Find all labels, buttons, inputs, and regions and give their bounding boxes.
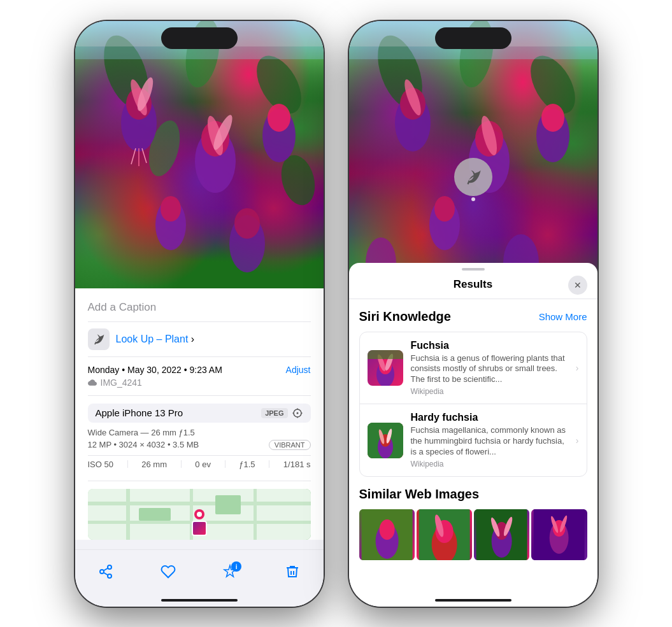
lookup-row[interactable]: Look Up – Plant › — [88, 322, 311, 357]
knowledge-card: Fuchsia Fuchsia is a genus of flowering … — [359, 332, 587, 477]
results-header: Results ✕ — [349, 276, 597, 299]
filename: IMG_4241 — [101, 377, 142, 388]
siri-dot — [471, 197, 475, 201]
lens-info: Wide Camera — 26 mm ƒ1.5 — [88, 428, 195, 437]
siri-knowledge-title: Siri Knowledge — [359, 309, 451, 324]
svg-rect-32 — [126, 489, 130, 540]
hardy-source: Wikipedia — [411, 460, 568, 468]
info-badge: i — [231, 561, 241, 572]
show-more-button[interactable]: Show More — [539, 311, 587, 322]
date-text: Monday • May 30, 2022 • 9:23 AM — [88, 365, 222, 375]
web-image-1[interactable] — [359, 509, 415, 560]
cloud-icon — [88, 378, 97, 387]
shutter-value: 1/181 s — [283, 460, 311, 469]
bottom-toolbar: i — [75, 549, 324, 607]
home-indicator — [161, 599, 238, 602]
close-button[interactable]: ✕ — [568, 276, 587, 295]
web-images-grid — [359, 509, 587, 560]
leaf-icon — [92, 333, 105, 346]
sep4 — [269, 460, 269, 468]
location-icon — [292, 407, 303, 419]
fuchsia-description: Fuchsia is a genus of flowering plants t… — [411, 353, 568, 386]
web-image-4[interactable] — [531, 509, 587, 560]
knowledge-item-fuchsia[interactable]: Fuchsia Fuchsia is a genus of flowering … — [360, 332, 587, 405]
share-button[interactable] — [98, 564, 113, 579]
hardy-name: Hardy fuchsia — [411, 412, 568, 423]
flower-photo — [75, 21, 324, 288]
delete-button[interactable] — [285, 564, 300, 579]
drag-handle[interactable] — [462, 268, 485, 271]
results-title: Results — [454, 278, 492, 291]
lookup-label: Look Up – Plant › — [116, 334, 195, 345]
svg-point-52 — [434, 196, 455, 222]
hardy-description: Fuchsia magellanica, commonly known as t… — [411, 425, 568, 458]
web-images-title: Similar Web Images — [359, 487, 587, 502]
results-panel: Results ✕ Siri Knowledge Show More — [349, 263, 597, 607]
trash-icon — [285, 564, 300, 579]
sep1 — [127, 460, 128, 468]
screen-left: Add a Caption Look Up – Plant › Monday •… — [75, 21, 324, 607]
info-panel: Add a Caption Look Up – Plant › Monday •… — [75, 288, 324, 540]
fuchsia-thumb-svg — [368, 350, 403, 386]
svg-line-19 — [131, 148, 136, 164]
svg-point-39 — [197, 512, 202, 517]
svg-point-10 — [268, 104, 290, 132]
fuchsia-name: Fuchsia — [411, 340, 568, 351]
home-indicator-right — [435, 599, 511, 602]
notch-right — [435, 27, 511, 49]
svg-rect-37 — [215, 495, 241, 514]
ev-value: 0 ev — [195, 460, 211, 469]
svg-point-18 — [234, 208, 260, 239]
share-icon — [98, 564, 113, 579]
hardy-thumbnail — [368, 423, 403, 458]
favorite-button[interactable] — [161, 564, 176, 579]
sep2 — [181, 460, 182, 468]
adjust-button[interactable]: Adjust — [286, 365, 311, 375]
fuchsia-source: Wikipedia — [411, 387, 568, 396]
fuchsia-info: Fuchsia Fuchsia is a genus of flowering … — [411, 340, 568, 397]
svg-line-21 — [142, 148, 147, 163]
camera-model: Apple iPhone 13 Pro — [96, 407, 183, 418]
svg-point-69 — [379, 519, 394, 540]
metadata-section: Monday • May 30, 2022 • 9:23 AM Adjust I… — [88, 357, 311, 396]
photo-area[interactable] — [75, 21, 324, 288]
screen-right: Results ✕ Siri Knowledge Show More — [349, 21, 597, 607]
aperture-value: ƒ1.5 — [239, 460, 255, 469]
info-button[interactable]: i — [222, 564, 238, 579]
vibrant-badge: VIBRANT — [269, 440, 311, 450]
svg-point-25 — [296, 412, 298, 414]
hardy-chevron: › — [576, 435, 579, 446]
lookup-icon — [88, 328, 110, 350]
svg-point-16 — [161, 196, 181, 222]
siri-leaf-icon — [464, 168, 482, 186]
web-image-3[interactable] — [474, 509, 529, 560]
svg-point-48 — [541, 104, 564, 132]
focal-value: 26 mm — [141, 460, 167, 469]
knowledge-item-hardy[interactable]: Hardy fuchsia Fuchsia magellanica, commo… — [360, 404, 587, 476]
results-body: Siri Knowledge Show More — [349, 299, 597, 605]
camera-section: Apple iPhone 13 Pro JPEG — [88, 396, 311, 481]
fuchsia-thumbnail — [368, 350, 403, 386]
hardy-info: Hardy fuchsia Fuchsia magellanica, commo… — [411, 412, 568, 468]
phone-left: Add a Caption Look Up – Plant › Monday •… — [75, 21, 324, 607]
hardy-thumb-svg — [368, 423, 403, 458]
map-thumbnail — [192, 521, 207, 536]
caption-area[interactable]: Add a Caption — [88, 296, 311, 322]
svg-rect-31 — [88, 502, 311, 505]
web-image-2[interactable] — [417, 509, 472, 560]
specs-text: 12 MP • 3024 × 4032 • 3.5 MB — [88, 440, 199, 449]
svg-rect-36 — [139, 508, 171, 521]
format-badge: JPEG — [261, 408, 287, 418]
fuchsia-chevron: › — [576, 363, 579, 373]
web-images-section: Similar Web Images — [359, 487, 587, 560]
notch-left — [161, 27, 238, 49]
sep3 — [225, 460, 225, 468]
phone-right: Results ✕ Siri Knowledge Show More — [349, 21, 597, 607]
heart-icon — [161, 564, 176, 579]
map-preview[interactable] — [88, 489, 311, 540]
siri-visual-search-button[interactable] — [454, 158, 492, 196]
svg-rect-61 — [368, 350, 403, 359]
iso-value: ISO 50 — [88, 460, 113, 469]
caption-placeholder: Add a Caption — [88, 301, 157, 313]
flowers-svg — [75, 21, 324, 288]
